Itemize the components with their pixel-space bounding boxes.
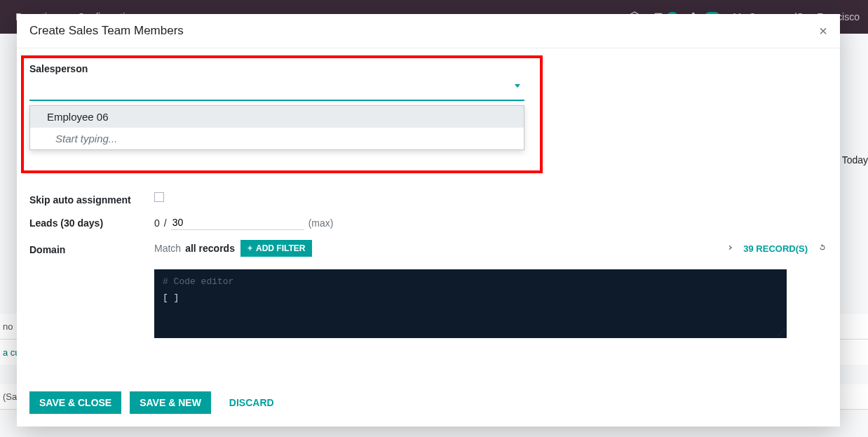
leads-separator: / bbox=[164, 217, 167, 229]
salesperson-select[interactable]: Employee 06 Start typing... bbox=[29, 77, 524, 101]
modal-header: Create Sales Team Members × bbox=[17, 14, 840, 48]
records-count-link[interactable]: 39 RECORD(S) bbox=[743, 243, 808, 254]
bg-today-label: Today bbox=[842, 154, 868, 166]
field-salesperson: Salesperson bbox=[29, 61, 827, 74]
domain-label: Domain bbox=[29, 242, 154, 255]
leads-current: 0 bbox=[154, 217, 160, 229]
skip-auto-checkbox[interactable] bbox=[154, 192, 164, 202]
plus-icon: + bbox=[247, 243, 252, 253]
refresh-icon[interactable] bbox=[818, 243, 827, 255]
modal-create-sales-team-members: Create Sales Team Members × Salesperson … bbox=[17, 14, 840, 426]
add-filter-button[interactable]: + ADD FILTER bbox=[240, 240, 312, 257]
domain-scope: all records bbox=[185, 243, 235, 254]
arrow-right-icon[interactable] bbox=[724, 243, 733, 255]
dropdown-option-employee[interactable]: Employee 06 bbox=[30, 106, 524, 128]
chevron-down-icon[interactable] bbox=[515, 84, 520, 88]
modal-footer: SAVE & CLOSE SAVE & NEW DISCARD bbox=[17, 382, 840, 426]
code-comment: # Code editor bbox=[163, 276, 778, 287]
field-skip-auto-assignment: Skip auto assignment bbox=[29, 192, 827, 206]
field-leads-30-days: Leads (30 days) 0 / (max) bbox=[29, 215, 827, 230]
leads-label: Leads (30 days) bbox=[29, 215, 154, 229]
field-domain: Domain Match all records + ADD FILTER 39… bbox=[29, 240, 827, 257]
skip-auto-label: Skip auto assignment bbox=[29, 192, 154, 206]
save-and-close-button[interactable]: SAVE & CLOSE bbox=[29, 391, 121, 414]
leads-max-suffix: (max) bbox=[308, 217, 334, 229]
domain-code-editor[interactable]: # Code editor [ ] ⋰ bbox=[154, 269, 787, 338]
salesperson-label: Salesperson bbox=[29, 61, 154, 74]
resize-handle-icon[interactable]: ⋰ bbox=[778, 328, 785, 337]
salesperson-dropdown: Employee 06 Start typing... bbox=[29, 105, 524, 150]
leads-max-input[interactable] bbox=[171, 215, 304, 230]
modal-body: Salesperson Employee 06 Start typing... … bbox=[17, 48, 840, 382]
domain-records-controls: 39 RECORD(S) bbox=[724, 243, 827, 255]
discard-button[interactable]: DISCARD bbox=[219, 391, 284, 414]
close-icon[interactable]: × bbox=[819, 24, 827, 38]
save-and-new-button[interactable]: SAVE & NEW bbox=[130, 391, 211, 414]
code-body: [ ] bbox=[163, 293, 778, 303]
modal-title: Create Sales Team Members bbox=[29, 24, 184, 38]
salesperson-input[interactable] bbox=[29, 77, 524, 101]
dropdown-start-typing[interactable]: Start typing... bbox=[30, 128, 524, 149]
domain-match-text: Match all records bbox=[154, 243, 235, 254]
